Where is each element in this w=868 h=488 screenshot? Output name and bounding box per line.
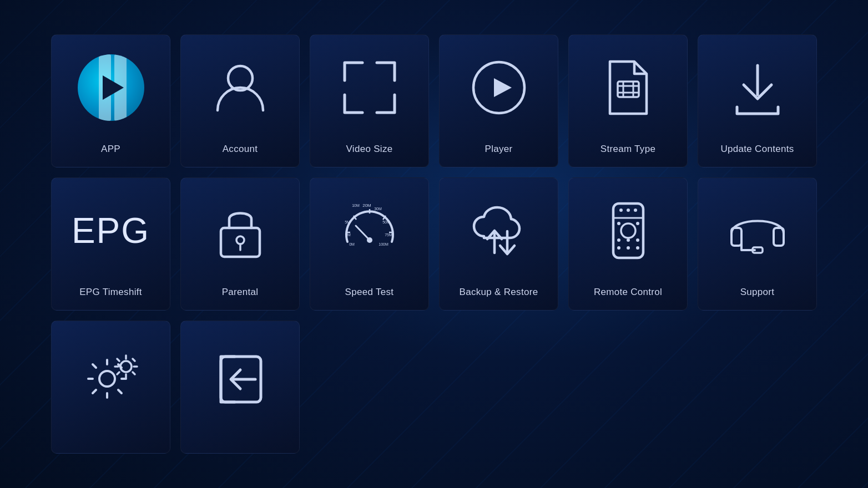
svg-text:1M: 1M	[345, 233, 351, 237]
tile-epg-timeshift-label: EPG Timeshift	[79, 287, 142, 298]
tile-speed-test[interactable]: 20M 30M 50M 75M 100M 10M 5M 1M 0M Speed …	[310, 177, 429, 311]
svg-text:100M: 100M	[379, 242, 388, 246]
svg-point-35	[617, 238, 620, 242]
logout-icon	[181, 321, 299, 438]
tile-player-label: Player	[485, 144, 513, 155]
tile-support-label: Support	[740, 287, 775, 298]
svg-point-48	[120, 361, 132, 372]
svg-point-33	[617, 222, 620, 225]
tile-empty-1	[310, 321, 429, 454]
svg-text:20M: 20M	[362, 203, 371, 208]
svg-text:30M: 30M	[374, 207, 382, 211]
tile-empty-4	[698, 321, 817, 454]
tile-update-contents[interactable]: Update Contents	[698, 34, 817, 167]
svg-text:0M: 0M	[349, 242, 355, 246]
parental-icon	[181, 178, 299, 283]
tile-support[interactable]: Support	[698, 177, 817, 311]
speed-test-icon: 20M 30M 50M 75M 100M 10M 5M 1M 0M	[310, 178, 428, 283]
svg-point-40	[636, 246, 639, 250]
svg-point-37	[636, 238, 639, 242]
tile-account[interactable]: Account	[180, 34, 300, 167]
svg-point-38	[617, 246, 620, 250]
tile-remote-control[interactable]: Remote Control	[568, 177, 688, 311]
video-size-icon	[310, 35, 428, 140]
tile-video-size[interactable]: Video Size	[310, 34, 429, 167]
svg-marker-2	[494, 78, 512, 97]
svg-text:10M: 10M	[352, 204, 360, 207]
svg-point-47	[99, 371, 115, 387]
tile-remote-control-label: Remote Control	[594, 287, 662, 298]
svg-text:75M: 75M	[385, 233, 392, 237]
tile-epg-timeshift[interactable]: EPG EPG Timeshift	[51, 177, 170, 311]
tile-player[interactable]: Player	[439, 34, 558, 167]
tile-settings[interactable]	[51, 321, 170, 454]
tile-account-label: Account	[223, 144, 258, 155]
tile-app-label: APP	[101, 144, 120, 155]
tile-backup-restore[interactable]: Backup & Restore	[439, 177, 558, 311]
tile-speed-test-label: Speed Test	[345, 287, 394, 298]
tile-update-contents-label: Update Contents	[720, 144, 794, 155]
account-icon	[181, 35, 299, 140]
epg-timeshift-icon: EPG	[52, 178, 170, 283]
tile-parental-label: Parental	[222, 287, 259, 298]
svg-point-41	[619, 209, 623, 212]
tile-stream-type[interactable]: Stream Type	[568, 34, 688, 167]
svg-rect-9	[221, 228, 260, 257]
remote-control-icon	[569, 178, 687, 283]
svg-rect-3	[618, 82, 639, 97]
svg-point-36	[627, 238, 630, 242]
svg-point-39	[627, 246, 630, 250]
settings-icon	[52, 321, 170, 438]
tile-stream-type-label: Stream Type	[600, 144, 655, 155]
settings-grid: APP Account Video Size	[34, 18, 834, 470]
svg-point-18	[367, 237, 372, 243]
support-icon	[698, 178, 816, 283]
tile-video-size-label: Video Size	[346, 144, 393, 155]
tile-empty-2	[439, 321, 558, 454]
tile-app[interactable]: APP	[51, 34, 170, 167]
svg-text:5M: 5M	[345, 220, 350, 224]
svg-line-17	[356, 226, 370, 240]
app-icon	[52, 35, 170, 140]
tile-parental[interactable]: Parental	[180, 177, 300, 311]
svg-point-10	[236, 236, 244, 244]
svg-text:50M: 50M	[382, 220, 390, 224]
backup-restore-icon	[440, 178, 558, 283]
tile-backup-restore-label: Backup & Restore	[460, 287, 538, 298]
tile-logout[interactable]	[180, 321, 300, 454]
update-contents-icon	[698, 35, 816, 140]
stream-type-icon	[569, 35, 687, 140]
svg-point-42	[627, 209, 630, 212]
svg-point-32	[621, 223, 635, 238]
player-icon	[440, 35, 558, 140]
svg-point-34	[636, 222, 639, 225]
svg-point-43	[634, 209, 637, 212]
tile-empty-3	[568, 321, 688, 454]
